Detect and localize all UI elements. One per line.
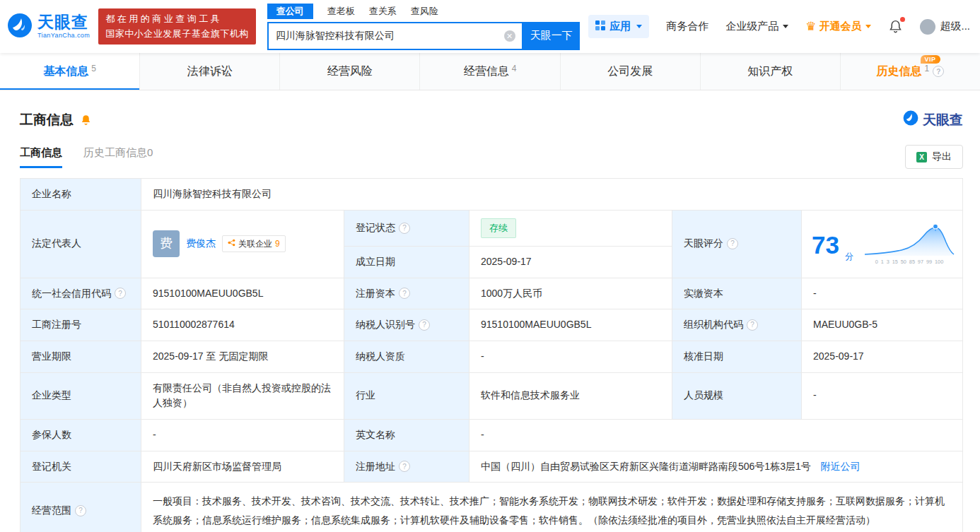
notification-dot bbox=[900, 17, 905, 22]
top-header: 天眼查 TianYanCha.com 都在用的商业查询工具 国家中小企业发展子基… bbox=[0, 0, 980, 53]
taxpayer-id-label-cell: 纳税人识别号? bbox=[344, 309, 469, 341]
industry-value: 软件和信息技术服务业 bbox=[469, 372, 672, 419]
subtab-history-business-info[interactable]: 历史工商信息0 bbox=[83, 146, 153, 168]
tianyancha-logo-icon bbox=[7, 13, 33, 41]
insured-label: 参保人数 bbox=[21, 419, 141, 451]
table-row: 工商注册号 510110002877614 纳税人识别号? 91510100MA… bbox=[21, 309, 963, 341]
logo-domain: TianYanCha.com bbox=[37, 32, 90, 39]
menu-enterprise-label: 企业级产品 bbox=[725, 20, 778, 33]
logo-text: 天眼查 TianYanCha.com bbox=[37, 14, 90, 39]
search-block: 查公司 查老板 查关系 查风险 ✕ 天眼一下 bbox=[267, 4, 580, 50]
table-row: 统一社会信用代码? 91510100MAEUU0GB5L 注册资本? 1000万… bbox=[21, 278, 963, 309]
paid-capital-value: - bbox=[802, 278, 963, 309]
reg-authority-label: 登记机关 bbox=[21, 451, 141, 483]
notification-bell-icon[interactable] bbox=[888, 19, 903, 34]
biz-term-label: 营业期限 bbox=[21, 341, 141, 372]
export-button[interactable]: X 导出 bbox=[905, 145, 963, 169]
clear-icon[interactable]: ✕ bbox=[504, 30, 515, 42]
search-tab-relation[interactable]: 查关系 bbox=[369, 5, 397, 18]
table-row: 企业类型 有限责任公司（非自然人投资或控股的法人独资） 行业 软件和信息技术服务… bbox=[21, 372, 963, 419]
legal-rep-label: 法定代表人 bbox=[21, 210, 141, 278]
help-icon[interactable]: ? bbox=[399, 461, 410, 472]
company-name-value: 四川海脉智控科技有限公司 bbox=[141, 179, 963, 211]
table-row: 营业期限 2025-09-17 至 无固定期限 纳税人资质 - 核准日期 202… bbox=[21, 341, 963, 372]
help-icon[interactable]: ? bbox=[115, 288, 126, 299]
business-info-table: 企业名称 四川海脉智控科技有限公司 法定代表人 费 费俊杰 bbox=[20, 178, 963, 532]
reg-no-label: 工商注册号 bbox=[21, 309, 141, 341]
score-label: 天眼评分 bbox=[684, 236, 723, 252]
apps-menu[interactable]: 应用 bbox=[588, 15, 649, 38]
menu-vip[interactable]: ♛ 开通会员 bbox=[805, 20, 871, 33]
biz-term-value: 2025-09-17 至 无固定期限 bbox=[141, 341, 344, 372]
tianyancha-logo[interactable]: 天眼查 TianYanCha.com bbox=[7, 13, 90, 41]
score-unit: 分 bbox=[845, 250, 853, 264]
subscribe-bell-icon[interactable] bbox=[80, 114, 92, 126]
help-icon[interactable]: ? bbox=[727, 238, 738, 249]
promo-banner: 都在用的商业查询工具 国家中小企业发展子基金旗下机构 bbox=[98, 8, 256, 45]
english-name-value: - bbox=[469, 419, 963, 451]
related-enterprise-badge[interactable]: 关联企业 9 bbox=[222, 235, 286, 253]
menu-enterprise[interactable]: 企业级产品 bbox=[725, 20, 788, 33]
industry-label: 行业 bbox=[344, 372, 469, 419]
score-distribution-chart[interactable]: 0 1 3 15 50 85 97 99 100 bbox=[863, 223, 955, 266]
search-input[interactable] bbox=[269, 30, 522, 42]
tab-company-development[interactable]: 公司发展 bbox=[561, 53, 701, 90]
tab-history-info-count: 1 bbox=[925, 64, 930, 73]
org-code-label-cell: 组织机构代码? bbox=[672, 309, 802, 341]
user-avatar bbox=[920, 19, 935, 35]
apps-menu-label: 应用 bbox=[609, 20, 631, 33]
paid-capital-label: 实缴资本 bbox=[672, 278, 802, 309]
help-icon[interactable]: ? bbox=[399, 288, 410, 299]
help-icon[interactable]: ? bbox=[933, 66, 944, 77]
status-badge: 存续 bbox=[481, 218, 516, 238]
reg-capital-value: 1000万人民币 bbox=[469, 278, 672, 309]
credit-code-label: 统一社会信用代码 bbox=[32, 286, 111, 302]
reg-status-value-cell: 存续 bbox=[469, 210, 672, 246]
score-label-cell: 天眼评分? bbox=[672, 210, 802, 278]
legal-rep-name-link[interactable]: 费俊杰 bbox=[186, 236, 216, 252]
help-icon[interactable]: ? bbox=[419, 319, 430, 331]
scope-label: 经营范围 bbox=[32, 503, 71, 519]
reg-authority-value: 四川天府新区市场监督管理局 bbox=[141, 451, 344, 483]
tab-legal-litigation[interactable]: 法律诉讼 bbox=[140, 53, 280, 90]
help-icon[interactable]: ? bbox=[75, 505, 86, 516]
english-name-label: 英文名称 bbox=[344, 419, 469, 451]
search-tab-risk[interactable]: 查风险 bbox=[411, 5, 438, 18]
menu-cooperation[interactable]: 商务合作 bbox=[666, 20, 708, 33]
grid-icon bbox=[595, 20, 605, 32]
table-row: 登记机关 四川天府新区市场监督管理局 注册地址? 中国（四川）自由贸易试验区天府… bbox=[21, 451, 963, 483]
help-icon[interactable]: ? bbox=[399, 223, 410, 234]
section-head: 工商信息 天眼查 bbox=[20, 110, 963, 129]
user-menu[interactable]: 超级... bbox=[920, 19, 970, 35]
tab-intellectual-property[interactable]: 知识产权 bbox=[701, 53, 841, 90]
search-tab-company[interactable]: 查公司 bbox=[267, 4, 313, 19]
legal-rep-avatar[interactable]: 费 bbox=[153, 230, 180, 257]
section-title: 工商信息 bbox=[20, 111, 74, 129]
tab-operation-info-label: 经营信息 bbox=[464, 64, 509, 79]
reg-no-value: 510110002877614 bbox=[141, 309, 344, 341]
insured-value: - bbox=[141, 419, 344, 451]
caret-down-icon bbox=[865, 25, 871, 28]
tab-history-info[interactable]: 历史信息 VIP 1 ? bbox=[841, 53, 980, 90]
tab-operation-info[interactable]: 经营信息 4 bbox=[420, 53, 560, 90]
related-enterprise-label: 关联企业 bbox=[238, 237, 272, 251]
tab-operation-risk-label: 经营风险 bbox=[327, 64, 373, 79]
tab-history-info-wrap: 历史信息 VIP bbox=[877, 64, 922, 79]
help-icon[interactable]: ? bbox=[747, 319, 758, 331]
tab-basic-info[interactable]: 基本信息 5 bbox=[0, 53, 140, 90]
search-tab-boss[interactable]: 查老板 bbox=[327, 5, 355, 18]
search-button[interactable]: 天眼一下 bbox=[523, 22, 580, 50]
table-row: 法定代表人 费 费俊杰 关联企业 9 bbox=[21, 210, 963, 246]
credit-code-value: 91510100MAEUU0GB5L bbox=[141, 278, 344, 309]
subtab-business-info[interactable]: 工商信息 bbox=[20, 146, 62, 168]
top-menu: 应用 商务合作 企业级产品 ♛ 开通会员 超级... bbox=[588, 15, 970, 38]
nearby-companies-link[interactable]: 附近公司 bbox=[821, 461, 861, 472]
address-label-cell: 注册地址? bbox=[344, 451, 469, 483]
table-row: 参保人数 - 英文名称 - bbox=[21, 419, 963, 451]
tab-operation-risk[interactable]: 经营风险 bbox=[280, 53, 420, 90]
tab-basic-info-count: 5 bbox=[91, 64, 96, 73]
menu-vip-label: 开通会员 bbox=[819, 20, 861, 33]
credit-code-label-cell: 统一社会信用代码? bbox=[21, 278, 141, 309]
caret-down-icon bbox=[783, 25, 788, 28]
company-type-label: 企业类型 bbox=[21, 372, 141, 419]
